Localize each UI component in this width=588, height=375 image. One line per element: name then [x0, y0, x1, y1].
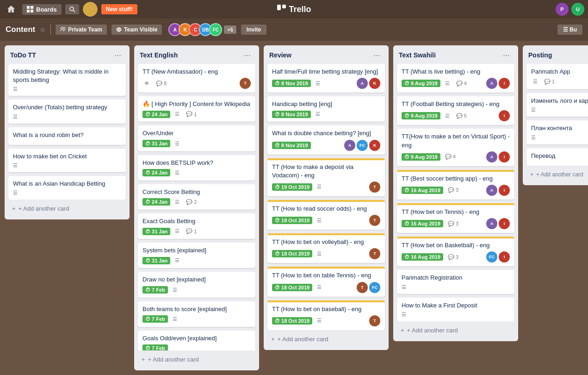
date-badge: ⏱ 24 Jan — [142, 169, 170, 176]
desc-icon: ☰ — [13, 114, 18, 120]
desc-icon: ☰ — [13, 190, 18, 196]
card-p2[interactable]: Изменить лого и кар ☰ — [526, 93, 588, 117]
add-card-swahili[interactable]: + + Add another card — [395, 323, 516, 338]
card-badges: ⏱ 9 Aug 2019 💬 4 — [402, 153, 458, 161]
star-icon[interactable]: ☆ — [40, 26, 46, 33]
card-te-8[interactable]: Draw no bet [explained] ⏱ 7 Feb ☰ — [138, 272, 255, 297]
card-avatars: A I — [486, 218, 510, 229]
card-s2[interactable]: TT (Football Betting strategies) - eng ⏱… — [397, 96, 514, 125]
date-badge: ⏱ 7 Feb — [142, 344, 168, 350]
column-header-review: Review ··· — [264, 45, 389, 64]
bu-button[interactable]: ☰ Bu — [557, 25, 582, 35]
card-r2[interactable]: Handicap betting [eng] ⏱ 8 Nov 2019 ☰ — [267, 96, 385, 122]
card-avatars: A I — [486, 78, 510, 89]
card-te-2[interactable]: 🔥 [ High Priority ] Content for Wikipedi… — [138, 96, 255, 122]
card-r4[interactable]: TT (How to make a deposit via Vodacom) -… — [267, 158, 385, 196]
column-menu-swahili[interactable]: ··· — [500, 50, 513, 60]
card-todo-5[interactable]: What is an Asian Handicap Betting ☰ — [8, 176, 126, 200]
column-cards-swahili: TT (What is live betting) - eng ⏱ 9 Aug … — [393, 64, 518, 321]
add-another-card-posting[interactable]: + + Add another card — [525, 168, 588, 181]
card-badges: ⏱ 7 Feb ☰ — [142, 286, 179, 294]
column-text-swahili: Text Swahili ··· TT (What is live bettin… — [393, 45, 518, 341]
card-todo-2[interactable]: Over/under (Totals) betting strategy ☰ — [8, 100, 126, 123]
card-te-5[interactable]: Correct Score Betting ⏱ 24 Jan ☰ 2 — [138, 184, 255, 210]
board-title[interactable]: Content — [6, 25, 35, 34]
header-divider — [50, 24, 51, 35]
column-posting: Posting ··· Parimatch App ☰ 💬 1 Изменить… — [523, 45, 588, 185]
card-p4[interactable]: Перевод — [526, 148, 588, 166]
card-badges: ⏱ 16 Aug 2019 💬 3 — [402, 253, 460, 261]
card-meta: ⏱ 18 Oct 2019 ☰ T — [272, 215, 380, 226]
nav-right: P U — [556, 3, 584, 16]
desc-badge: ☰ — [531, 78, 539, 86]
svg-rect-3 — [31, 10, 33, 12]
add-card-te[interactable]: + + Add another card — [136, 352, 257, 367]
desc-badge: ☰ — [173, 169, 181, 177]
card-todo-1[interactable]: Middling Strategy: What is middle in spo… — [8, 64, 126, 96]
column-menu-todo[interactable]: ··· — [111, 50, 124, 60]
card-badges: ☰ 💬 1 — [531, 78, 557, 86]
search-button[interactable] — [65, 4, 79, 14]
card-s7[interactable]: Parimatch Registration ☰ — [397, 270, 514, 294]
boards-button[interactable]: Boards — [22, 4, 62, 15]
card-meta: ☰ 💬 1 — [531, 78, 588, 86]
extra-members-count[interactable]: +5 — [224, 25, 236, 34]
card-meta: ⏱ 16 Aug 2019 💬 3 A I — [402, 185, 510, 196]
add-card-review[interactable]: + + Add another card — [266, 332, 387, 346]
private-team-button[interactable]: Private Team — [56, 25, 107, 35]
card-te-9[interactable]: Both teams to score [explained] ⏱ 7 Feb … — [138, 301, 255, 327]
user-avatar[interactable] — [83, 2, 98, 17]
eye-icon — [144, 81, 149, 86]
desc-badge: ☰ — [173, 227, 181, 235]
column-menu-review[interactable]: ··· — [371, 50, 383, 60]
card-s5[interactable]: TT (How bet on Tennis) - eng ⏱ 16 Aug 20… — [397, 203, 514, 233]
card-p1[interactable]: Parimatch App ☰ 💬 1 — [526, 64, 588, 89]
card-todo-3[interactable]: What is a round robin bet? — [8, 127, 126, 145]
card-r5[interactable]: TT (How to read soccer odds) - eng ⏱ 18 … — [267, 200, 385, 230]
card-r1[interactable]: Half time/Full time betting strategy [en… — [267, 64, 385, 93]
card-s6[interactable]: TT (How bet on Basketball) - eng ⏱ 16 Au… — [397, 237, 514, 266]
card-meta: ⏱ 7 Feb ☰ — [142, 286, 251, 294]
card-s8[interactable]: How to Make a First Deposit ☰ — [397, 298, 514, 321]
card-badges: ⏱ 8 Nov 2019 ☰ — [272, 110, 322, 118]
card-r8[interactable]: TT (How to bet on baseball) - eng ⏱ 18 O… — [267, 300, 385, 330]
card-te-4[interactable]: How does BETSLIP work? ⏱ 24 Jan ☰ — [138, 155, 255, 181]
comment-badge: 💬 4 — [454, 80, 469, 88]
team-avatars: A K C DB FC +5 — [168, 23, 236, 36]
card-s3[interactable]: TT(How to make a bet on Virtual Sport) -… — [397, 129, 514, 166]
card-te-7[interactable]: System bets [explained] ⏱ 31 Jan ☰ — [138, 243, 255, 268]
team-visible-button[interactable]: Team Visible — [111, 25, 162, 35]
card-s1[interactable]: TT (What is live betting) - eng ⏱ 9 Aug … — [397, 64, 514, 93]
comment-icon — [186, 111, 192, 117]
card-badges: ⏱ 16 Aug 2019 💬 3 — [402, 220, 460, 228]
card-te-10[interactable]: Goals Odd/even [explained] ⏱ 7 Feb — [138, 331, 255, 350]
nav-avatar-1[interactable]: P — [556, 3, 569, 16]
date-badge: ⏱ 16 Aug 2019 — [402, 187, 443, 194]
nav-avatar-2[interactable]: U — [571, 3, 584, 16]
card-s4[interactable]: TT (Best soccer betting app) - eng ⏱ 16 … — [397, 170, 514, 200]
card-r3[interactable]: What is double chance betting? [eng] ⏱ 8… — [267, 125, 385, 154]
column-review: Review ··· Half time/Full time betting s… — [264, 45, 389, 350]
column-title-posting: Posting — [528, 51, 552, 59]
team-avatar-5[interactable]: FC — [209, 23, 222, 36]
comment-badge: 1 — [184, 227, 198, 235]
card-r7[interactable]: TT (How to bet on table Tennis) - eng ⏱ … — [267, 267, 385, 296]
card-r6[interactable]: TT (How to bet on volleyball) - eng ⏱ 18… — [267, 233, 385, 263]
card-te-1[interactable]: TT (New Ambassador) - eng 8 T — [138, 64, 255, 93]
yellow-stripe — [397, 237, 514, 238]
card-todo-4[interactable]: How to make bet on Cricket ☰ — [8, 149, 126, 172]
home-icon[interactable] — [4, 2, 19, 17]
new-stuff-button[interactable]: New stuff! — [101, 4, 137, 14]
column-menu-te[interactable]: ··· — [241, 50, 254, 60]
card-meta: ⏱ 7 Feb — [142, 344, 251, 350]
card-avatar-1: A — [344, 140, 355, 151]
card-badges: ⏱ 8 Nov 2019 ☰ — [272, 80, 322, 88]
card-te-3[interactable]: Over/Under ⏱ 31 Jan ☰ — [138, 125, 255, 151]
date-badge: ⏱ 31 Jan — [142, 140, 170, 147]
card-te-6[interactable]: Exact Goals Betting ⏱ 31 Jan ☰ 1 — [138, 213, 255, 239]
invite-button[interactable]: Invite — [241, 25, 266, 35]
board-content: ToDo TT ··· Middling Strategy: What is m… — [0, 41, 588, 375]
card-p3[interactable]: План контента ☰ — [526, 120, 588, 144]
svg-rect-7 — [282, 5, 285, 8]
add-card-todo[interactable]: + + Add another card — [6, 201, 128, 216]
